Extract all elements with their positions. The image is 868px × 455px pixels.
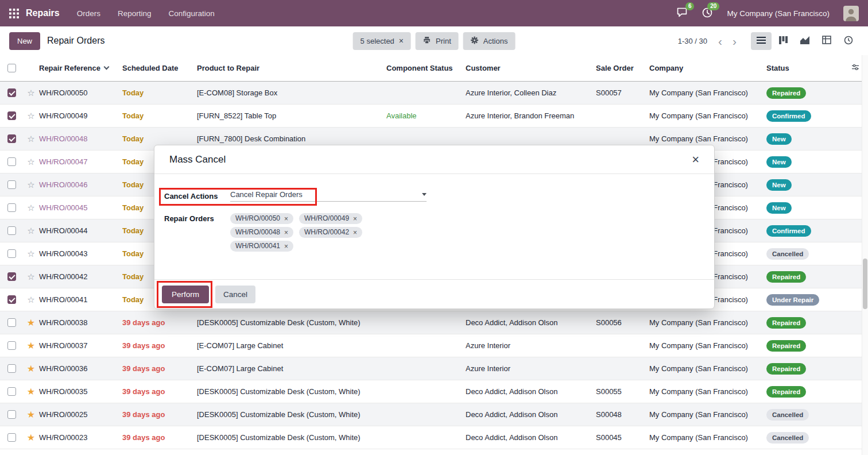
scrollbar-track[interactable] [862,55,868,455]
row-checkbox[interactable] [7,157,16,166]
table-row[interactable]: ☆ WH/RO/00049 Today [FURN_8522] Table To… [0,105,868,128]
cancel-actions-select[interactable]: Cancel Repair Orders [230,190,427,202]
row-checkbox[interactable] [7,88,16,97]
row-checkbox[interactable] [7,111,16,120]
favorite-star-icon[interactable]: ☆ [27,295,34,304]
sale-order-cell: S00055 [596,387,649,396]
company-cell: My Company (San Francisco) [649,433,766,442]
company-switcher[interactable]: My Company (San Francisco) [727,9,830,18]
favorite-star-icon[interactable]: ★ [27,433,35,442]
tag-remove-icon[interactable]: × [353,229,357,236]
table-row[interactable]: ★ WH/RO/00037 39 days ago [E-COM07] Larg… [0,334,868,357]
clear-selection-icon[interactable]: × [399,37,404,45]
tag-remove-icon[interactable]: × [353,215,357,222]
row-checkbox[interactable] [7,364,16,373]
apps-grid-icon[interactable] [9,9,19,18]
favorite-star-icon[interactable]: ★ [27,387,35,396]
repair-reference-cell: WH/RO/00025 [39,410,122,419]
favorite-star-icon[interactable]: ☆ [27,226,34,236]
pager-next-button[interactable]: › [727,35,742,47]
view-kanban-button[interactable] [773,32,793,50]
column-header-repair-reference[interactable]: Repair Reference [39,64,122,72]
favorite-star-icon[interactable]: ☆ [27,272,34,282]
repair-order-tag: WH/RO/00042 × [299,227,362,238]
scheduled-date-cell: Today [122,111,197,120]
tag-remove-icon[interactable]: × [284,229,288,236]
avatar[interactable] [843,6,859,21]
column-header-sale-order[interactable]: Sale Order [596,64,649,72]
view-switcher [751,32,859,50]
table-row[interactable]: ★ WH/RO/00025 39 days ago [DESK0005] Cus… [0,403,868,426]
repair-orders-label: Repair Orders [164,213,230,224]
company-cell: My Company (San Francisco) [649,410,766,419]
row-checkbox[interactable] [7,272,16,281]
column-header-customer[interactable]: Customer [466,64,596,72]
row-checkbox[interactable] [7,387,16,396]
sale-order-cell: S00056 [596,318,649,327]
favorite-star-icon[interactable]: ☆ [27,88,34,98]
row-checkbox[interactable] [7,180,16,189]
view-list-button[interactable] [751,32,772,50]
row-checkbox[interactable] [7,226,16,235]
favorite-star-icon[interactable]: ☆ [27,249,34,259]
pager-previous-button[interactable]: ‹ [713,35,727,47]
messages-button[interactable]: 6 [676,7,688,20]
table-row[interactable]: ★ WH/RO/00035 39 days ago [DESK0005] Cus… [0,380,868,403]
scrollbar-thumb[interactable] [863,259,867,309]
favorite-star-icon[interactable]: ★ [27,318,35,327]
top-navbar: Repairs OrdersReportingConfiguration 6 2… [0,0,868,26]
row-checkbox[interactable] [7,203,16,212]
activities-button[interactable]: 20 [702,7,713,20]
new-button[interactable]: New [9,32,40,50]
favorite-star-icon[interactable]: ☆ [27,203,34,213]
table-row[interactable]: ★ WH/RO/00023 39 days ago [DESK0005] Cus… [0,426,868,449]
table-row[interactable]: ☆ WH/RO/00050 Today [E-COM08] Storage Bo… [0,82,868,105]
view-graph-button[interactable] [795,32,815,50]
favorite-star-icon[interactable]: ☆ [27,180,34,190]
row-checkbox[interactable] [7,341,16,350]
favorite-star-icon[interactable]: ☆ [27,111,34,121]
repair-reference-cell: WH/RO/00046 [39,180,122,189]
table-row[interactable]: ★ WH/RO/00036 39 days ago [E-COM07] Larg… [0,357,868,380]
product-cell: [FURN_7800] Desk Combination [197,134,386,143]
menu-reporting[interactable]: Reporting [118,9,152,18]
product-cell: [E-COM08] Storage Box [197,88,386,97]
view-pivot-button[interactable] [816,32,837,50]
favorite-star-icon[interactable]: ★ [27,410,35,419]
row-checkbox[interactable] [7,295,16,304]
repair-order-tag: WH/RO/00050 × [230,213,293,224]
perform-button[interactable]: Perform [162,286,209,303]
repair-reference-cell: WH/RO/00045 [39,203,122,212]
repair-reference-cell: WH/RO/00035 [39,387,122,396]
favorite-star-icon[interactable]: ☆ [27,157,34,167]
select-all-checkbox[interactable] [7,64,16,72]
favorite-star-icon[interactable]: ★ [27,341,35,350]
menu-configuration[interactable]: Configuration [169,9,215,18]
table-row[interactable]: ★ WH/RO/00038 39 days ago [DESK0005] Cus… [0,311,868,334]
row-checkbox[interactable] [7,318,16,327]
column-header-scheduled-date[interactable]: Scheduled Date [122,64,197,72]
column-header-status[interactable]: Status [766,64,842,72]
column-header-product[interactable]: Product to Repair [197,64,386,72]
cancel-actions-label: Cancel Actions [164,191,230,202]
column-header-company[interactable]: Company [649,64,766,72]
view-activity-button[interactable] [838,32,859,50]
tag-remove-icon[interactable]: × [284,215,288,222]
app-name[interactable]: Repairs [26,8,60,18]
close-icon[interactable]: × [692,153,699,166]
tag-remove-icon[interactable]: × [284,243,288,250]
favorite-star-icon[interactable]: ★ [27,364,35,373]
row-checkbox[interactable] [7,134,16,143]
tag-label: WH/RO/00049 [304,214,349,223]
row-checkbox[interactable] [7,433,16,442]
print-button[interactable]: Print [416,32,459,50]
cancel-button[interactable]: Cancel [215,286,255,303]
row-checkbox[interactable] [7,410,16,419]
row-checkbox[interactable] [7,249,16,258]
adjust-columns-button[interactable] [851,63,860,74]
actions-button[interactable]: Actions [463,32,516,50]
favorite-star-icon[interactable]: ☆ [27,134,34,144]
column-header-component-status[interactable]: Component Status [386,64,466,72]
repair-orders-tags[interactable]: WH/RO/00050 × WH/RO/00049 × WH/RO/00048 … [230,213,391,252]
menu-orders[interactable]: Orders [77,9,100,18]
